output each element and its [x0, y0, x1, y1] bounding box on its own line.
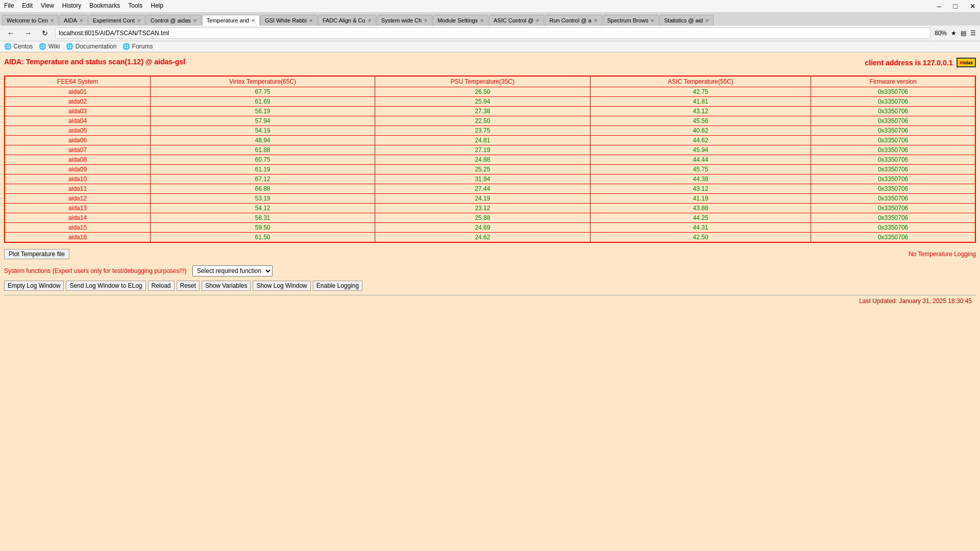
system-functions-section: System functions (Expert users only for …: [4, 265, 976, 277]
tab-close-experiment[interactable]: ✕: [137, 18, 141, 23]
tab-close-system[interactable]: ✕: [424, 18, 428, 23]
tab-experiment[interactable]: Experiment Cont ✕: [88, 15, 145, 26]
zoom-level: 80%: [935, 30, 947, 37]
function-select[interactable]: Select required function: [192, 265, 273, 277]
extensions-icon[interactable]: ▤: [961, 30, 966, 37]
bookmark-wiki[interactable]: 🌐 Wiki: [39, 43, 60, 50]
table-row: aida0356.1927.3843.120x3350706: [5, 107, 975, 116]
action-buttons: Empty Log Window Send Log Window to ELog…: [4, 281, 976, 291]
nav-right: 80% ★ ▤ ☰: [935, 30, 976, 37]
tab-close-statistics[interactable]: ✕: [705, 18, 709, 23]
midas-logo: Midas: [957, 58, 976, 67]
bookmarks-bar: 🌐 Centos 🌐 Wiki 🌐 Documentation 🌐 Forums: [0, 41, 980, 52]
menu-view[interactable]: View: [41, 2, 54, 10]
table-row: aida1067.1231.9444.380x3350706: [5, 174, 975, 184]
forward-button[interactable]: →: [21, 28, 35, 39]
page-content: AIDA: Temperature and status scan(1.12) …: [0, 53, 980, 359]
empty-log-button[interactable]: Empty Log Window: [4, 281, 64, 291]
footer-bar: Last Updated: January 31, 2025 18:30:45: [4, 295, 976, 307]
col-header-psu: PSU Temperature(35C): [375, 76, 590, 87]
enable-logging-button[interactable]: Enable Logging: [313, 281, 362, 291]
tab-asic[interactable]: ASIC Control @ ✕: [489, 15, 544, 26]
tab-aida[interactable]: AIDA ✕: [59, 15, 88, 26]
table-row: aida1166.8827.4443.120x3350706: [5, 184, 975, 194]
tab-system[interactable]: System wide Ch ✕: [377, 15, 432, 26]
address-input[interactable]: [55, 28, 930, 39]
menu-bookmarks[interactable]: Bookmarks: [89, 2, 120, 10]
table-row: aida0261.6925.9441.810x3350706: [5, 97, 975, 107]
tab-close-spectrum[interactable]: ✕: [650, 18, 654, 23]
tab-temperature[interactable]: Temperature and ✕: [202, 15, 260, 26]
close-button[interactable]: ✕: [970, 2, 976, 10]
menu-tools[interactable]: Tools: [128, 2, 142, 10]
reset-button[interactable]: Reset: [177, 281, 200, 291]
tab-fadc[interactable]: FADC Align & Co ✕: [318, 15, 376, 26]
back-button[interactable]: ←: [4, 28, 17, 39]
maximize-button[interactable]: □: [953, 2, 958, 10]
temperature-table: FEE64 System Virtex Temperature(65C) PSU…: [4, 76, 976, 243]
col-header-virtex: Virtex Temperature(65C): [151, 76, 375, 87]
tab-close-module[interactable]: ✕: [480, 18, 484, 23]
tab-close-aida[interactable]: ✕: [79, 18, 83, 23]
tab-module[interactable]: Module Settings ✕: [433, 15, 488, 26]
nav-bar: ← → ↻ 80% ★ ▤ ☰: [0, 26, 980, 41]
menu-history[interactable]: History: [62, 2, 81, 10]
table-row: aida1661.5024.6242.500x3350706: [5, 233, 975, 243]
tab-close-gsi[interactable]: ✕: [309, 18, 313, 23]
show-variables-button[interactable]: Show Variables: [202, 281, 251, 291]
reload-button[interactable]: ↻: [39, 28, 51, 39]
page-header: AIDA: Temperature and status scan(1.12) …: [4, 58, 976, 67]
tab-close-temperature[interactable]: ✕: [251, 18, 255, 23]
tab-welcome[interactable]: Welcome to Cen ✕: [2, 15, 59, 26]
system-functions-label: System functions (Expert users only for …: [4, 267, 187, 274]
bookmark-centos[interactable]: 🌐 Centos: [4, 43, 33, 50]
bookmark-documentation[interactable]: 🌐 Documentation: [66, 43, 116, 50]
client-address: client address is 127.0.0.1: [865, 59, 952, 67]
col-header-system: FEE64 System: [5, 76, 151, 87]
table-row: aida0648.9424.8144.620x3350706: [5, 136, 975, 145]
table-row: aida1253.1924.1941.190x3350706: [5, 194, 975, 204]
menu-file[interactable]: File: [4, 2, 14, 10]
menu-edit[interactable]: Edit: [22, 2, 33, 10]
tab-close-control[interactable]: ✕: [193, 18, 197, 23]
address-bar: [55, 28, 930, 39]
table-row: aida0457.9422.5045.560x3350706: [5, 116, 975, 126]
tab-close-asic[interactable]: ✕: [535, 18, 540, 23]
table-row: aida1559.5024.6944.310x3350706: [5, 223, 975, 233]
page-title: AIDA: Temperature and status scan(1.12) …: [4, 58, 185, 66]
tab-close-welcome[interactable]: ✕: [50, 18, 54, 23]
tab-bar: Welcome to Cen ✕ AIDA ✕ Experiment Cont …: [0, 13, 980, 26]
no-logging-status: No Temperature Logging: [909, 251, 976, 258]
bookmark-forums[interactable]: 🌐 Forums: [122, 43, 153, 50]
minimize-button[interactable]: –: [937, 2, 941, 10]
plot-temperature-button[interactable]: Plot Temperature file: [4, 249, 69, 259]
table-row: aida0554.1923.7540.620x3350706: [5, 126, 975, 136]
tab-control[interactable]: Control @ aidas ✕: [146, 15, 202, 26]
tab-spectrum[interactable]: Spectrum Brows ✕: [603, 15, 659, 26]
tab-close-fadc[interactable]: ✕: [368, 18, 372, 23]
send-log-button[interactable]: Send Log Window to ELog: [66, 281, 145, 291]
menu-help[interactable]: Help: [151, 2, 163, 10]
table-row: aida0961.1925.2545.750x3350706: [5, 165, 975, 174]
tab-gsi[interactable]: GSI White Rabbi ✕: [260, 15, 317, 26]
midas-logo-image: Midas: [957, 58, 976, 67]
menu-bar: File Edit View History Bookmarks Tools H…: [0, 0, 980, 13]
col-header-asic: ASIC Temperature(55C): [590, 76, 811, 87]
table-row: aida1354.1223.1243.880x3350706: [5, 204, 975, 213]
table-row: aida0761.8827.1945.940x3350706: [5, 145, 975, 155]
table-footer: Plot Temperature file No Temperature Log…: [4, 249, 976, 259]
menu-icon[interactable]: ☰: [970, 30, 976, 37]
reload-page-button[interactable]: Reload: [148, 281, 175, 291]
show-log-button[interactable]: Show Log Window: [253, 281, 310, 291]
col-header-firmware: Firmware version: [811, 76, 975, 87]
tab-close-run[interactable]: ✕: [594, 18, 598, 23]
tab-statistics[interactable]: Statistics @ aid ✕: [659, 15, 714, 26]
table-row: aida0167.7526.5042.750x3350706: [5, 87, 975, 97]
last-updated: Last Updated: January 31, 2025 18:30:45: [859, 297, 972, 305]
table-row: aida1458.3125.8844.250x3350706: [5, 213, 975, 223]
bookmark-star[interactable]: ★: [951, 30, 957, 37]
table-row: aida0860.7524.8844.440x3350706: [5, 155, 975, 165]
tab-run[interactable]: Run Control @ a ✕: [545, 15, 602, 26]
